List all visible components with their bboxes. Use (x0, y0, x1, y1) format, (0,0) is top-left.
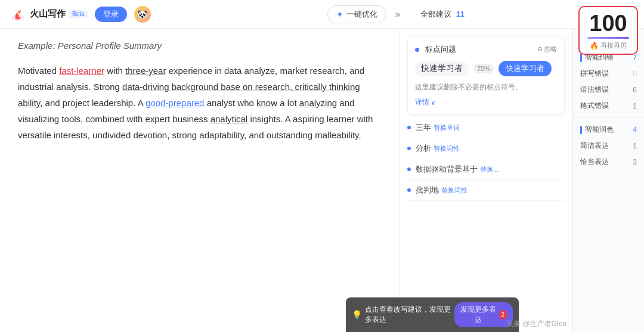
card-title: 标点问题 (425, 45, 456, 54)
suggestions-count: 11 (456, 10, 465, 18)
text-with: with (104, 66, 125, 76)
text-analytical: analytical (210, 114, 248, 124)
optimize-label: 一键优化 (346, 9, 377, 20)
accent-bar-2 (580, 126, 582, 134)
logo-text: 火山写作 (30, 8, 66, 20)
bottom-bar-text: 💡 点击查看改写建议，发现更多表达 (400, 305, 454, 325)
logo-icon (10, 6, 26, 23)
right-item-yufa[interactable]: 语法错误 6 (573, 82, 644, 98)
ignore-button[interactable]: ⊖ 忽略 (537, 45, 557, 54)
right-item-jianjie[interactable]: 简洁表达 1 (573, 138, 644, 154)
bottom-bar: 💡 点击查看改写建议，发现更多表达 发现更多表达 2 (400, 297, 519, 332)
editor-area: Example: Personal Profile Summary Motiva… (0, 29, 400, 332)
fire-icon: 🔥 (590, 42, 599, 50)
text-and: , and project leadership. A (40, 98, 145, 108)
card-description: 这里建议删除不必要的标点符号。 (415, 82, 557, 92)
sugg-dot-1 (407, 126, 411, 129)
card-title-area: 标点问题 (415, 44, 456, 55)
sugg-dot-3 (407, 167, 411, 171)
card-dot (415, 48, 419, 52)
score-line (587, 37, 629, 39)
sugg-tag-2[interactable]: 替换词性 (434, 144, 460, 153)
discover-button[interactable]: 发现更多表达 2 (454, 302, 513, 327)
right-item-qiadang[interactable]: 恰当表达 3 (573, 154, 644, 170)
ignore-icon: ⊖ (537, 45, 543, 53)
right-geshi-label: 格式错误 (580, 101, 609, 111)
right-qiadang-label: 恰当表达 (580, 157, 609, 167)
sugg-text-1: 三年 (416, 122, 431, 133)
right-yufa-count: 6 (633, 86, 637, 94)
text-alot: a lot (277, 98, 299, 108)
score-box: 100 🔥 再接再厉 (578, 6, 638, 55)
chevron-down-icon: ∨ (431, 98, 436, 107)
sugg-dot-4 (407, 188, 411, 192)
doc-content: Motivated fast-learner with three-year e… (18, 63, 382, 143)
more-button[interactable]: » (391, 7, 404, 22)
right-runse-count: 4 (633, 126, 637, 134)
right-qiadang-count: 3 (633, 158, 637, 166)
word-row: 快速学习者 70% 快速学习者 (415, 61, 557, 76)
list-item: 分析 替换词性 (407, 138, 565, 159)
watermark: 头条 @生产者Glen (506, 319, 566, 329)
suggestions-label: 全部建议 11 (420, 9, 465, 20)
sugg-text-4: 批判地 (416, 185, 439, 196)
suggestion-card: 标点问题 ⊖ 忽略 快速学习者 70% 快速学习者 这里建议删除不必要的标点符号… (407, 36, 565, 115)
header: 火山写作 Beta 登录 🐼 ✦ 一键优化 » 全部建议 11 (0, 0, 644, 29)
sugg-tag-4[interactable]: 替换词性 (441, 186, 467, 195)
optimize-button[interactable]: ✦ 一键优化 (327, 5, 386, 23)
header-center: ✦ 一键优化 » 全部建议 11 (158, 5, 634, 23)
sugg-text-2: 分析 (416, 143, 431, 154)
word-score: 70% (473, 64, 494, 73)
sparkle-icon: ✦ (336, 10, 343, 19)
card-header: 标点问题 ⊖ 忽略 (415, 44, 557, 55)
middle-panel: 标点问题 ⊖ 忽略 快速学习者 70% 快速学习者 这里建议删除不必要的标点符号… (400, 29, 572, 332)
text-fast-learner: fast-learner (59, 66, 104, 76)
suggestion-list: 三年 替换单词 分析 替换词性 数据驱动背景基于 替换... 批判地 替换词性 (400, 115, 572, 203)
right-panel: 全部建议 11 智能纠错 7 拼写错误 0 语法错误 6 格式错误 1 (572, 29, 644, 332)
right-section-runse[interactable]: 智能润色 4 (573, 122, 644, 138)
sugg-tag-1[interactable]: 替换单词 (434, 123, 460, 132)
right-jianjie-count: 1 (633, 142, 637, 150)
text-analyst: analyst who (204, 98, 256, 108)
right-pinxie-count: 0 (633, 70, 637, 78)
word-original: 快速学习者 (415, 61, 469, 76)
right-item-geshi[interactable]: 格式错误 1 (573, 98, 644, 114)
avatar-button[interactable]: 🐼 (134, 6, 151, 23)
list-item: 批判地 替换词性 (407, 180, 565, 201)
list-item: 数据驱动背景基于 替换... (407, 159, 565, 180)
score-number: 100 (589, 12, 627, 35)
list-item: 三年 替换单词 (407, 117, 565, 138)
text-know: know (256, 98, 277, 108)
main-layout: Example: Personal Profile Summary Motiva… (0, 29, 644, 332)
right-geshi-count: 1 (633, 102, 637, 110)
sugg-tag-3[interactable]: 替换... (480, 165, 499, 174)
text-good-prepared: good-prepared (145, 98, 204, 108)
doc-title: Example: Personal Profile Summary (18, 41, 382, 51)
detail-button[interactable]: 详情 ∨ (415, 97, 436, 107)
text-three-year: three-year (125, 66, 166, 76)
right-jianjie-label: 简洁表达 (580, 141, 609, 151)
text-motivated: Motivated (18, 66, 59, 76)
word-suggestion-button[interactable]: 快速学习者 (499, 61, 552, 76)
login-button[interactable]: 登录 (95, 7, 127, 22)
logo-area: 火山写作 Beta (10, 6, 88, 23)
sugg-dot-2 (407, 147, 411, 150)
discover-badge: 2 (499, 310, 507, 319)
beta-badge: Beta (69, 10, 88, 18)
score-label: 🔥 再接再厉 (590, 41, 627, 50)
right-item-pinxie[interactable]: 拼写错误 0 (573, 66, 644, 82)
sugg-text-3: 数据驱动背景基于 (416, 164, 478, 175)
right-divider (573, 117, 644, 118)
accent-bar-1 (580, 54, 582, 62)
text-analyzing: analyzing (299, 98, 337, 108)
right-runse-label: 智能润色 (585, 125, 614, 135)
right-pinxie-label: 拼写错误 (580, 69, 609, 79)
right-yufa-label: 语法错误 (580, 85, 609, 95)
